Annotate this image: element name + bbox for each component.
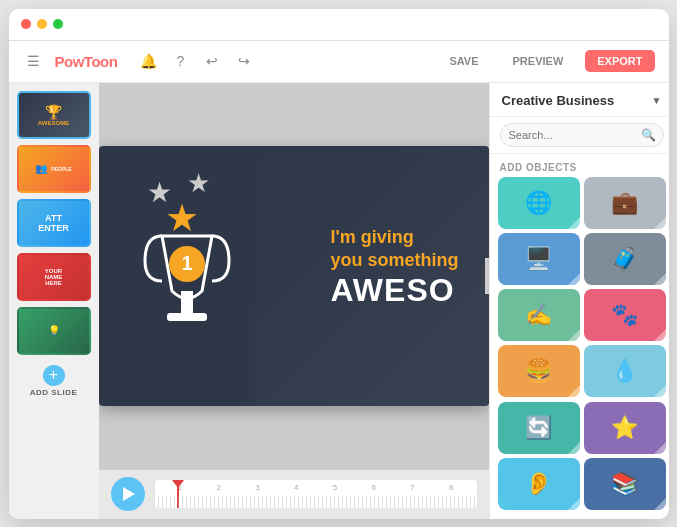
save-button[interactable]: SAVE xyxy=(437,50,490,72)
object-card-11[interactable]: 👂 xyxy=(498,458,580,510)
slide-thumb-5[interactable]: 💡 xyxy=(17,307,91,355)
slide-thumb-2[interactable]: 👥 PEOPLE xyxy=(17,145,91,193)
svg-rect-0 xyxy=(181,291,193,313)
search-wrap: 🔍 xyxy=(500,123,664,147)
panel-header: Creative Business ▼ xyxy=(490,83,669,117)
slide-thumb-4[interactable]: YOURNAMEHERE xyxy=(17,253,91,301)
app-window: ☰ PowToon 🔔 ? ↩ ↪ SAVE PREVIEW EXPORT 🏆 … xyxy=(9,9,669,519)
obj-icon-4: 🧳 xyxy=(611,246,638,272)
obj-icon-6: 🐾 xyxy=(611,302,638,328)
slide-panel: 🏆 AWESOME 👥 PEOPLE ATTENTER YOURNAMEHERE xyxy=(9,83,99,519)
obj-icon-3: 🖥️ xyxy=(525,246,552,272)
help-icon[interactable]: ? xyxy=(169,50,191,72)
collapse-handle[interactable]: ◀ xyxy=(485,258,489,294)
slide-text: I'm giving you something AWESO xyxy=(330,226,458,310)
svg-text:1: 1 xyxy=(181,252,192,274)
tick-2: 2 xyxy=(199,483,238,492)
object-card-2[interactable]: 💼 xyxy=(584,177,666,229)
obj-icon-1: 🌐 xyxy=(525,190,552,216)
search-icon: 🔍 xyxy=(641,128,656,142)
obj-icon-12: 📚 xyxy=(611,471,638,497)
traffic-lights xyxy=(21,19,63,29)
tick-3: 3 xyxy=(238,483,277,492)
slide-text-awesome: AWESO xyxy=(330,272,458,309)
canvas-stage[interactable]: ◀ ★ ★ ★ xyxy=(99,83,489,469)
title-bar xyxy=(9,9,669,41)
object-card-6[interactable]: 🐾 xyxy=(584,289,666,341)
play-button[interactable] xyxy=(111,477,145,511)
add-slide-label: ADD SLIDE xyxy=(30,388,78,397)
timeline-wave xyxy=(155,496,477,508)
object-card-7[interactable]: 🍔 xyxy=(498,345,580,397)
minimize-button[interactable] xyxy=(37,19,47,29)
object-card-5[interactable]: ✍️ xyxy=(498,289,580,341)
obj-icon-9: 🔄 xyxy=(525,415,552,441)
timeline-track[interactable]: 1 2 3 4 5 6 7 8 xyxy=(155,480,477,508)
objects-label: Add objects xyxy=(490,154,669,177)
object-card-10[interactable]: ⭐ xyxy=(584,402,666,454)
object-card-8[interactable]: 💧 xyxy=(584,345,666,397)
star-2: ★ xyxy=(187,168,210,199)
tick-6: 6 xyxy=(354,483,393,492)
object-card-1[interactable]: 🌐 xyxy=(498,177,580,229)
panel-search: 🔍 xyxy=(490,117,669,154)
obj-icon-5: ✍️ xyxy=(525,302,552,328)
notification-icon[interactable]: 🔔 xyxy=(137,50,159,72)
svg-rect-1 xyxy=(167,313,207,321)
tick-5: 5 xyxy=(316,483,355,492)
objects-grid: 🌐 💼 🖥️ 🧳 ✍️ 🐾 🍔 xyxy=(490,177,669,519)
object-card-3[interactable]: 🖥️ xyxy=(498,233,580,285)
canvas-area: ◀ ★ ★ ★ xyxy=(99,83,489,519)
obj-icon-8: 💧 xyxy=(611,358,638,384)
panel-title: Creative Business xyxy=(502,93,615,108)
export-button[interactable]: EXPORT xyxy=(585,50,654,72)
redo-icon[interactable]: ↪ xyxy=(233,50,255,72)
obj-icon-7: 🍔 xyxy=(525,358,552,384)
app-logo: PowToon xyxy=(55,53,118,70)
tick-7: 7 xyxy=(393,483,432,492)
timeline-ruler: 1 2 3 4 5 6 7 8 xyxy=(155,480,477,494)
obj-icon-2: 💼 xyxy=(611,190,638,216)
main-content: 🏆 AWESOME 👥 PEOPLE ATTENTER YOURNAMEHERE xyxy=(9,83,669,519)
toolbar: ☰ PowToon 🔔 ? ↩ ↪ SAVE PREVIEW EXPORT xyxy=(9,41,669,83)
slide-thumb-3[interactable]: ATTENTER xyxy=(17,199,91,247)
tick-8: 8 xyxy=(432,483,471,492)
slide-text-something: you something xyxy=(330,249,458,272)
play-icon xyxy=(123,487,135,501)
search-input[interactable] xyxy=(500,123,664,147)
tick-4: 4 xyxy=(277,483,316,492)
right-panel: Creative Business ▼ 🔍 Add objects 🌐 💼 xyxy=(489,83,669,519)
close-button[interactable] xyxy=(21,19,31,29)
slide-thumb-1[interactable]: 🏆 AWESOME xyxy=(17,91,91,139)
dropdown-icon[interactable]: ▼ xyxy=(652,95,662,106)
object-card-9[interactable]: 🔄 xyxy=(498,402,580,454)
trophy-container: ★ ★ ★ xyxy=(127,176,267,376)
maximize-button[interactable] xyxy=(53,19,63,29)
object-card-12[interactable]: 📚 xyxy=(584,458,666,510)
object-card-4[interactable]: 🧳 xyxy=(584,233,666,285)
obj-icon-10: ⭐ xyxy=(611,415,638,441)
trophy-svg: 1 xyxy=(137,226,237,346)
add-slide-button[interactable]: + ADD SLIDE xyxy=(17,365,91,397)
add-icon: + xyxy=(43,365,65,386)
timeline: 1 2 3 4 5 6 7 8 xyxy=(99,469,489,519)
slide-text-giving: I'm giving xyxy=(330,226,458,249)
undo-icon[interactable]: ↩ xyxy=(201,50,223,72)
obj-icon-11: 👂 xyxy=(525,471,552,497)
slide-canvas: ★ ★ ★ xyxy=(99,146,489,406)
preview-button[interactable]: PREVIEW xyxy=(501,50,576,72)
menu-icon[interactable]: ☰ xyxy=(23,50,45,72)
